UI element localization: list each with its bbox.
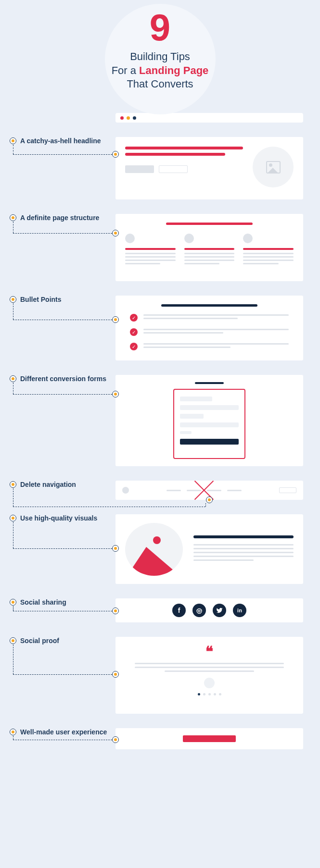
tip-label-text: Social proof bbox=[20, 637, 59, 645]
card-ux bbox=[115, 728, 303, 749]
tip-1: A catchy-as-hell headline bbox=[0, 137, 320, 199]
tip-8: Social proof ❝ bbox=[0, 637, 320, 714]
button-outline-placeholder bbox=[159, 165, 188, 173]
tip-label-text: Social sharing bbox=[20, 598, 66, 606]
window-dot-min bbox=[127, 116, 130, 120]
form-wireframe bbox=[173, 389, 245, 459]
window-chrome bbox=[115, 113, 303, 123]
facebook-icon: f bbox=[172, 604, 186, 617]
instagram-icon: ◎ bbox=[192, 604, 206, 617]
twitter-icon bbox=[213, 604, 226, 617]
card-bullets: ✓ ✓ ✓ bbox=[115, 296, 303, 360]
card-nav bbox=[115, 481, 303, 500]
check-icon: ✓ bbox=[130, 328, 138, 336]
card-visuals bbox=[115, 514, 303, 584]
window-dot-max bbox=[133, 116, 136, 120]
tip-label-text: Delete navigation bbox=[20, 481, 76, 488]
title: Building Tips For a Landing Page That Co… bbox=[0, 50, 320, 91]
title-line3: That Converts bbox=[127, 78, 193, 90]
tip-label: A catchy-as-hell headline bbox=[0, 137, 115, 145]
tip-label-text: Well-made user experience bbox=[20, 728, 107, 736]
tip-7: Social sharing f ◎ in bbox=[0, 598, 320, 622]
card-form bbox=[115, 375, 303, 466]
bullet-ring bbox=[10, 137, 16, 144]
tip-label-text: Use high-quality visuals bbox=[20, 514, 97, 522]
button-placeholder bbox=[125, 165, 154, 173]
tip-label-text: Bullet Points bbox=[20, 296, 62, 303]
cta-button-placeholder bbox=[183, 735, 236, 742]
tip-label-text: A definite page structure bbox=[20, 214, 99, 222]
tip-6: Use high-quality visuals bbox=[0, 514, 320, 584]
tip-label-text: Different conversion forms bbox=[20, 375, 106, 383]
linkedin-icon: in bbox=[233, 604, 246, 617]
tip-2: A definite page structure bbox=[0, 214, 320, 281]
tip-9: Well-made user experience bbox=[0, 728, 320, 749]
check-icon: ✓ bbox=[130, 343, 138, 350]
tip-label-text: A catchy-as-hell headline bbox=[20, 137, 101, 145]
submit-button-placeholder bbox=[180, 439, 239, 445]
title-highlight: Landing Page bbox=[139, 64, 208, 76]
window-dot-close bbox=[120, 116, 124, 120]
title-line2a: For a bbox=[112, 64, 139, 76]
tip-5: Delete navigation bbox=[0, 481, 320, 500]
card-social-share: f ◎ in bbox=[115, 598, 303, 622]
image-placeholder bbox=[253, 147, 294, 187]
quote-icon: ❝ bbox=[135, 647, 284, 656]
connector-ring bbox=[206, 496, 213, 503]
card-social-proof: ❝ bbox=[115, 637, 303, 714]
title-line1: Building Tips bbox=[130, 50, 190, 62]
header: 9 Building Tips For a Landing Page That … bbox=[0, 0, 320, 103]
tip-3: Bullet Points ✓ ✓ ✓ bbox=[0, 296, 320, 360]
avatar-placeholder bbox=[204, 678, 215, 688]
check-icon: ✓ bbox=[130, 314, 138, 322]
carousel-dots bbox=[135, 693, 284, 695]
card-headline bbox=[115, 137, 303, 199]
tip-4: Different conversion forms bbox=[0, 375, 320, 466]
visual-illustration bbox=[125, 523, 183, 576]
big-number: 9 bbox=[0, 0, 320, 46]
image-icon bbox=[266, 161, 281, 174]
card-structure bbox=[115, 214, 303, 281]
